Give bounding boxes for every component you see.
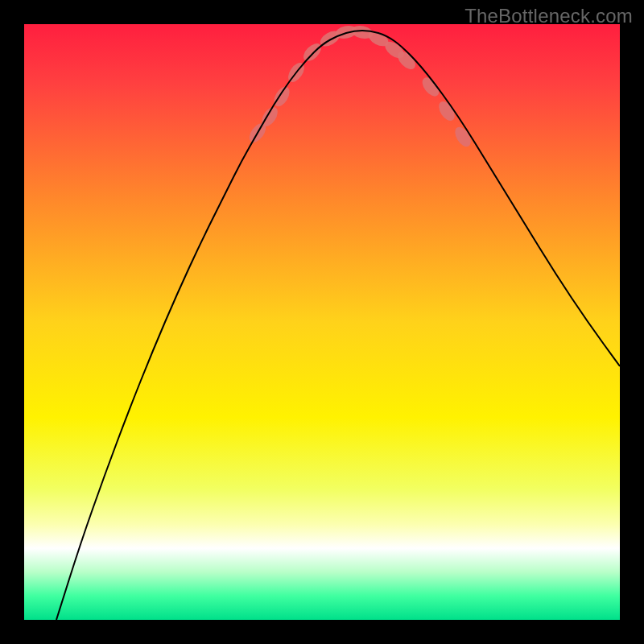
- watermark-label: TheBottleneck.com: [464, 5, 633, 27]
- plot-area: [24, 24, 620, 620]
- highlight-dots-group: [246, 24, 474, 150]
- bottleneck-curve: [56, 31, 620, 620]
- chart-frame: TheBottleneck.com: [0, 0, 644, 644]
- curve-layer: [24, 24, 620, 620]
